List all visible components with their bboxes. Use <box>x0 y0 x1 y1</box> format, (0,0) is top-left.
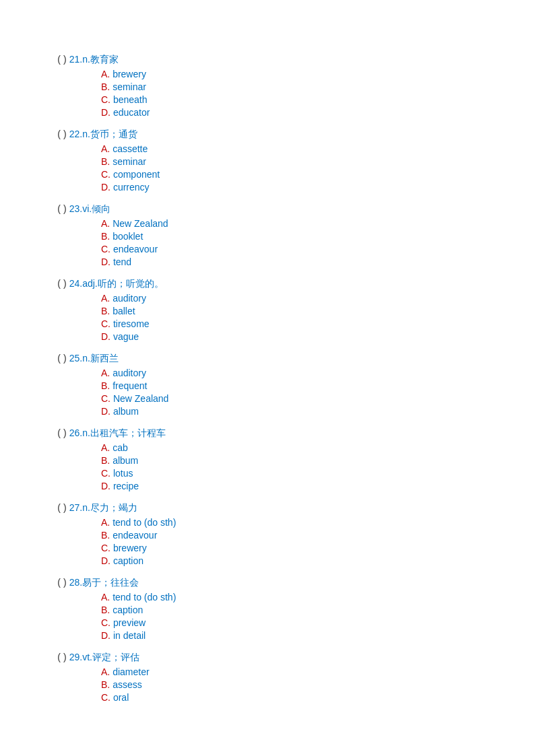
option-24-A[interactable]: A. auditory <box>101 293 495 304</box>
option-label: C. <box>101 543 113 553</box>
option-label: A. <box>101 517 113 528</box>
option-text: brewery <box>113 69 146 79</box>
option-26-D[interactable]: D. recipe <box>101 481 495 491</box>
paren-right: ) <box>63 427 67 438</box>
paren-right: ) <box>63 129 67 139</box>
answer-blank[interactable]: ( <box>40 427 61 438</box>
option-22-D[interactable]: D. currency <box>101 182 495 193</box>
option-25-A[interactable]: A. auditory <box>101 368 495 378</box>
answer-blank[interactable]: ( <box>40 278 61 289</box>
question-22-options: A. cassetteB. seminarC. componentD. curr… <box>101 143 495 193</box>
option-21-B[interactable]: B. seminar <box>101 81 495 92</box>
option-text: caption <box>113 605 143 615</box>
question-21-text: 21.n.教育家 <box>69 54 119 66</box>
option-22-A[interactable]: A. cassette <box>101 143 495 154</box>
option-28-C[interactable]: C. preview <box>101 617 495 628</box>
option-label: B. <box>101 81 113 92</box>
answer-blank[interactable]: ( <box>40 129 61 139</box>
question-28-options: A. tend to (do sth)B. captionC. previewD… <box>101 592 495 641</box>
question-29: ()29.vt.评定；评估A. diameterB. assessC. oral <box>40 652 495 703</box>
option-21-D[interactable]: D. educator <box>101 107 495 118</box>
option-label: C. <box>101 617 113 628</box>
option-22-B[interactable]: B. seminar <box>101 156 495 167</box>
option-21-C[interactable]: C. beneath <box>101 94 495 105</box>
question-29-text: 29.vt.评定；评估 <box>69 652 139 664</box>
option-text: frequent <box>113 380 147 391</box>
option-28-D[interactable]: D. in detail <box>101 630 495 641</box>
option-text: tend to (do sth) <box>113 592 176 603</box>
question-26-options: A. cabB. albumC. lotusD. recipe <box>101 442 495 491</box>
option-label: D. <box>101 630 113 641</box>
option-25-D[interactable]: D. album <box>101 406 495 417</box>
option-label: B. <box>101 679 113 690</box>
option-text: diameter <box>113 666 149 677</box>
option-label: C. <box>101 468 113 479</box>
option-27-C[interactable]: C. brewery <box>101 543 495 553</box>
quiz-container: ()21.n.教育家A. breweryB. seminarC. beneath… <box>40 54 495 703</box>
question-25-text: 25.n.新西兰 <box>69 353 119 365</box>
answer-blank[interactable]: ( <box>40 353 61 364</box>
option-label: D. <box>101 406 113 417</box>
option-label: A. <box>101 69 113 79</box>
option-26-C[interactable]: C. lotus <box>101 468 495 479</box>
option-text: ballet <box>113 306 135 316</box>
option-text: vague <box>113 331 139 342</box>
option-text: seminar <box>113 156 146 167</box>
option-label: A. <box>101 293 113 304</box>
question-22: ()22.n.货币；通货A. cassetteB. seminarC. comp… <box>40 129 495 193</box>
option-text: in detail <box>113 630 146 641</box>
question-26: ()26.n.出租汽车；计程车A. cabB. albumC. lotusD. … <box>40 427 495 491</box>
option-29-B[interactable]: B. assess <box>101 679 495 690</box>
option-25-B[interactable]: B. frequent <box>101 380 495 391</box>
answer-blank[interactable]: ( <box>40 502 61 513</box>
option-23-A[interactable]: A. New Zealand <box>101 218 495 229</box>
option-label: B. <box>101 156 113 167</box>
question-25-options: A. auditoryB. frequentC. New ZealandD. a… <box>101 368 495 417</box>
option-label: D. <box>101 182 113 193</box>
option-27-D[interactable]: D. caption <box>101 555 495 566</box>
option-text: tend to (do sth) <box>113 517 176 528</box>
option-text: endeavour <box>113 244 158 254</box>
option-26-A[interactable]: A. cab <box>101 442 495 453</box>
option-24-C[interactable]: C. tiresome <box>101 318 495 329</box>
option-label: C. <box>101 393 113 404</box>
option-28-A[interactable]: A. tend to (do sth) <box>101 592 495 603</box>
option-label: B. <box>101 231 113 242</box>
option-25-C[interactable]: C. New Zealand <box>101 393 495 404</box>
option-24-D[interactable]: D. vague <box>101 331 495 342</box>
question-27-text: 27.n.尽力；竭力 <box>69 502 137 514</box>
option-23-B[interactable]: B. booklet <box>101 231 495 242</box>
option-28-B[interactable]: B. caption <box>101 605 495 615</box>
option-text: brewery <box>113 543 147 553</box>
option-23-C[interactable]: C. endeavour <box>101 244 495 254</box>
option-22-C[interactable]: C. component <box>101 169 495 180</box>
question-21-options: A. breweryB. seminarC. beneathD. educato… <box>101 69 495 118</box>
option-text: beneath <box>113 94 148 105</box>
option-24-B[interactable]: B. ballet <box>101 306 495 316</box>
option-21-A[interactable]: A. brewery <box>101 69 495 79</box>
answer-blank[interactable]: ( <box>40 652 61 662</box>
question-24-options: A. auditoryB. balletC. tiresomeD. vague <box>101 293 495 342</box>
question-21: ()21.n.教育家A. breweryB. seminarC. beneath… <box>40 54 495 118</box>
option-29-A[interactable]: A. diameter <box>101 666 495 677</box>
option-text: component <box>113 169 160 180</box>
option-23-D[interactable]: D. tend <box>101 256 495 267</box>
question-23: ()23.vi.倾向A. New ZealandB. bookletC. end… <box>40 203 495 267</box>
option-label: A. <box>101 592 113 603</box>
question-28: ()28.易于；往往会A. tend to (do sth)B. caption… <box>40 577 495 641</box>
option-label: B. <box>101 455 113 466</box>
answer-blank[interactable]: ( <box>40 577 61 588</box>
option-label: C. <box>101 169 113 180</box>
option-27-B[interactable]: B. endeavour <box>101 530 495 541</box>
option-27-A[interactable]: A. tend to (do sth) <box>101 517 495 528</box>
answer-blank[interactable]: ( <box>40 54 61 65</box>
paren-right: ) <box>63 278 67 289</box>
option-label: C. <box>101 692 113 703</box>
option-text: auditory <box>113 368 146 378</box>
option-26-B[interactable]: B. album <box>101 455 495 466</box>
paren-right: ) <box>63 353 67 364</box>
option-text: booklet <box>113 231 143 242</box>
answer-blank[interactable]: ( <box>40 203 61 214</box>
option-29-C[interactable]: C. oral <box>101 692 495 703</box>
question-23-text: 23.vi.倾向 <box>69 203 111 215</box>
